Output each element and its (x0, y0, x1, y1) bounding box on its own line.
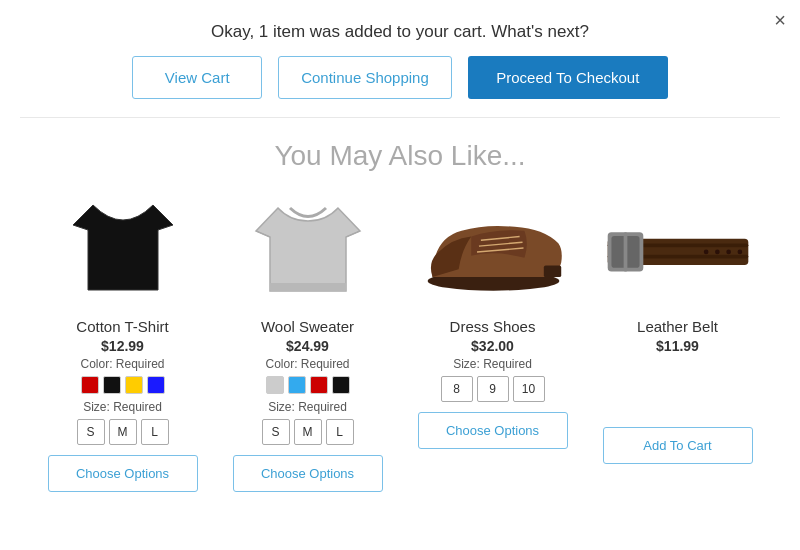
section-title: You May Also Like... (0, 130, 800, 190)
svg-point-16 (726, 249, 731, 254)
size-l-sweater[interactable]: L (326, 419, 354, 445)
size-label-sweater: Size: Required (268, 400, 347, 414)
color-swatch-black[interactable] (103, 376, 121, 394)
svg-rect-7 (543, 265, 560, 277)
svg-point-14 (703, 249, 708, 254)
product-card-shoes: Dress Shoes $32.00 Size: Required 8 9 10… (405, 190, 580, 492)
choose-options-sweater[interactable]: Choose Options (233, 455, 383, 492)
product-price-sweater: $24.99 (286, 338, 329, 354)
products-grid: Cotton T-Shirt $12.99 Color: Required Si… (0, 190, 800, 492)
size-label-shoes: Size: Required (453, 357, 532, 371)
svg-rect-2 (270, 283, 346, 291)
product-image-belt (603, 190, 753, 310)
color-swatches-sweater (266, 376, 350, 394)
svg-rect-13 (623, 232, 627, 271)
size-8-shoes[interactable]: 8 (441, 376, 473, 402)
color-swatch-gray[interactable] (266, 376, 284, 394)
product-price-belt: $11.99 (656, 338, 699, 354)
size-label-tshirt: Size: Required (83, 400, 162, 414)
continue-shopping-button[interactable]: Continue Shopping (278, 56, 452, 99)
svg-point-17 (737, 249, 742, 254)
color-swatch-red[interactable] (81, 376, 99, 394)
color-swatch-yellow[interactable] (125, 376, 143, 394)
product-name-tshirt: Cotton T-Shirt (76, 318, 168, 335)
product-image-sweater (233, 190, 383, 310)
size-options-sweater: S M L (262, 419, 354, 445)
close-button[interactable]: × (774, 10, 786, 30)
svg-point-15 (715, 249, 720, 254)
view-cart-button[interactable]: View Cart (132, 56, 262, 99)
size-10-shoes[interactable]: 10 (513, 376, 545, 402)
product-price-tshirt: $12.99 (101, 338, 144, 354)
size-options-tshirt: S M L (77, 419, 169, 445)
size-options-shoes: 8 9 10 (441, 376, 545, 402)
product-name-sweater: Wool Sweater (261, 318, 354, 335)
color-label-tshirt: Color: Required (80, 357, 164, 371)
choose-options-tshirt[interactable]: Choose Options (48, 455, 198, 492)
product-image-shoes (418, 190, 568, 310)
color-swatch-black2[interactable] (332, 376, 350, 394)
product-name-belt: Leather Belt (637, 318, 718, 335)
product-card-tshirt: Cotton T-Shirt $12.99 Color: Required Si… (35, 190, 210, 492)
size-9-shoes[interactable]: 9 (477, 376, 509, 402)
size-s-tshirt[interactable]: S (77, 419, 105, 445)
action-buttons: View Cart Continue Shopping Proceed To C… (0, 56, 800, 117)
divider (20, 117, 780, 118)
product-price-shoes: $32.00 (471, 338, 514, 354)
product-card-belt: Leather Belt $11.99 Add To Cart (590, 190, 765, 492)
color-swatch-lightblue[interactable] (288, 376, 306, 394)
product-name-shoes: Dress Shoes (450, 318, 536, 335)
notification-text: Okay, 1 item was added to your cart. Wha… (0, 0, 800, 56)
proceed-checkout-button[interactable]: Proceed To Checkout (468, 56, 668, 99)
size-l-tshirt[interactable]: L (141, 419, 169, 445)
size-m-sweater[interactable]: M (294, 419, 322, 445)
add-to-cart-belt[interactable]: Add To Cart (603, 427, 753, 464)
size-m-tshirt[interactable]: M (109, 419, 137, 445)
product-image-tshirt (48, 190, 198, 310)
size-s-sweater[interactable]: S (262, 419, 290, 445)
product-card-sweater: Wool Sweater $24.99 Color: Required Size… (220, 190, 395, 492)
choose-options-shoes[interactable]: Choose Options (418, 412, 568, 449)
color-label-sweater: Color: Required (265, 357, 349, 371)
color-swatch-blue[interactable] (147, 376, 165, 394)
color-swatches-tshirt (81, 376, 165, 394)
color-swatch-red2[interactable] (310, 376, 328, 394)
